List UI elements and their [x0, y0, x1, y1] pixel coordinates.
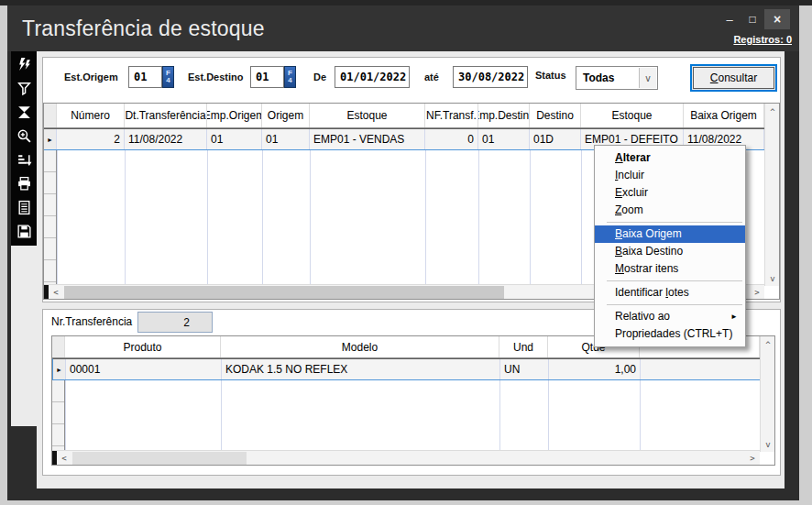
f4-lookup-icon: F4 [165, 70, 172, 84]
clear-filter-icon[interactable] [16, 104, 32, 120]
est-destino-label: Est.Destino [188, 71, 244, 82]
table-row[interactable]: ► 00001 KODAK 1.5 NO REFLEX UN 1,00 [52, 358, 774, 380]
cell-modelo: KODAK 1.5 NO REFLEX [222, 359, 500, 379]
cell-emp-destino: 01 [478, 129, 530, 149]
column-header[interactable]: Dt.Transferência [125, 104, 207, 127]
maximize-button[interactable]: □ [741, 9, 763, 29]
menu-item-propriedades[interactable]: Propriedades (CTRL+T) [595, 325, 745, 343]
chevron-down-icon[interactable]: v [639, 68, 656, 88]
items-vertical-scrollbar[interactable]: ^ v [760, 336, 774, 452]
cell-origem: 01 [262, 129, 310, 149]
est-origem-input[interactable]: 01 [128, 66, 162, 88]
submenu-arrow-icon: ► [730, 308, 738, 325]
items-horizontal-scrollbar[interactable]: < > [52, 450, 760, 465]
titlebar: Transferência de estoque [7, 5, 799, 51]
cell-nf-transf: 0 [425, 129, 478, 149]
window-frame-corner [7, 426, 37, 500]
nr-transferencia-field: 2 [137, 312, 213, 333]
menu-item-baixa-destino[interactable]: Baixa Destino [595, 243, 745, 260]
scroll-up-icon[interactable]: ^ [765, 104, 780, 119]
scroll-down-icon[interactable]: v [765, 271, 780, 286]
header-marker-cell [44, 104, 57, 127]
cell-dt-transferencia: 11/08/2022 [125, 129, 207, 149]
column-header[interactable]: Emp.Destino [478, 104, 530, 127]
save-icon[interactable] [16, 224, 32, 239]
menu-item-zoom[interactable]: Zoom [595, 202, 745, 219]
est-origem-lookup-button[interactable]: F4 [162, 66, 174, 88]
est-destino-lookup-button[interactable]: F4 [284, 66, 296, 88]
row-marker-icon: ► [53, 359, 66, 379]
est-origem-label: Est.Origem [64, 71, 118, 82]
row-marker-icon: ► [44, 129, 57, 149]
column-header[interactable]: Destino [530, 104, 581, 127]
cell-produto: 00001 [66, 359, 222, 379]
scroll-left-icon[interactable]: < [49, 285, 63, 300]
status-label: Status [535, 70, 566, 81]
column-header[interactable]: Origem [262, 104, 310, 127]
window-frame-right [785, 51, 799, 500]
filter-icon[interactable] [16, 81, 32, 96]
cell-destino: 01D [530, 129, 581, 149]
date-to-label: até [424, 71, 439, 82]
items-grid-empty-rows [52, 380, 774, 452]
cell-qtde: 1,00 [549, 359, 641, 379]
scrollbar-thumb[interactable] [64, 286, 504, 299]
scroll-right-icon[interactable]: > [745, 451, 760, 466]
menu-item-mostrar-itens[interactable]: Mostrar itens [595, 260, 745, 278]
column-header[interactable]: Emp.Origem [207, 104, 262, 127]
date-from-label: De [313, 71, 326, 82]
column-header[interactable]: Und [499, 336, 548, 357]
close-button[interactable]: × [764, 9, 790, 29]
side-toolbar [11, 51, 37, 246]
zoom-icon[interactable] [16, 128, 32, 144]
column-header[interactable]: Número [57, 104, 125, 127]
scroll-right-icon[interactable]: > [750, 285, 764, 300]
menu-item-relativo-ao[interactable]: Relativo ao► [595, 308, 745, 325]
minimize-button[interactable]: – [719, 9, 741, 29]
column-header[interactable]: Produto [65, 336, 221, 357]
scroll-down-icon[interactable]: v [761, 437, 775, 452]
menu-item-excluir[interactable]: Excluir [595, 184, 745, 202]
cell-emp-origem: 01 [207, 129, 262, 149]
scroll-up-icon[interactable]: ^ [761, 337, 775, 352]
registros-link[interactable]: Registros: 0 [733, 34, 792, 45]
consultar-button[interactable]: Consultar [690, 64, 777, 92]
header-marker-cell [52, 336, 65, 357]
window-title: Transferência de estoque [22, 16, 265, 41]
est-destino-input[interactable]: 01 [250, 66, 284, 88]
menu-item-alterar[interactable]: Alterar [595, 149, 745, 167]
column-header[interactable]: Estoque [581, 104, 684, 127]
cell-filler [641, 359, 761, 379]
menu-item-baixa-origem[interactable]: Baixa Origem [595, 225, 745, 243]
column-header[interactable]: Estoque [310, 104, 425, 127]
nr-transferencia-label: Nr.Transferência [51, 315, 132, 328]
menu-item-incluir[interactable]: Incluir [595, 167, 745, 184]
row-marker-column [44, 150, 57, 286]
cell-numero: 2 [57, 129, 125, 149]
status-dropdown[interactable]: Todas v [576, 66, 658, 90]
menu-separator [607, 280, 742, 281]
sort-icon[interactable] [16, 152, 32, 168]
items-grid: Produto Modelo Und Qtde ► 00001 KODAK 1.… [51, 335, 775, 466]
cell-estoque-origem: EMP01 - VENDAS [310, 129, 425, 149]
report-icon[interactable] [16, 200, 32, 215]
date-from-input[interactable]: 01/01/2022 [335, 66, 410, 88]
menu-item-identificar-lotes[interactable]: Identificar lotes [595, 284, 745, 302]
refresh-icon[interactable] [16, 57, 32, 72]
context-menu: Alterar Incluir Excluir Zoom Baixa Orige… [594, 145, 746, 347]
scrollbar-thumb[interactable] [72, 452, 247, 465]
column-header[interactable]: NF.Transf. [425, 104, 478, 127]
menu-separator [607, 304, 742, 305]
column-header[interactable]: Modelo [221, 336, 499, 357]
print-icon[interactable] [16, 176, 32, 192]
f4-lookup-icon: F4 [287, 70, 294, 84]
cell-und: UN [500, 359, 549, 379]
window-frame-bottom [7, 489, 799, 500]
scroll-left-icon[interactable]: < [57, 451, 71, 466]
column-header[interactable]: Baixa Origem [684, 104, 764, 127]
transfers-vertical-scrollbar[interactable]: ^ v [764, 104, 779, 286]
status-selected-value: Todas [583, 71, 614, 84]
date-to-input[interactable]: 30/08/2022 [453, 66, 528, 88]
transfers-grid-header: Número Dt.Transferência Emp.Origem Orige… [44, 104, 779, 128]
row-marker-column [52, 380, 65, 452]
